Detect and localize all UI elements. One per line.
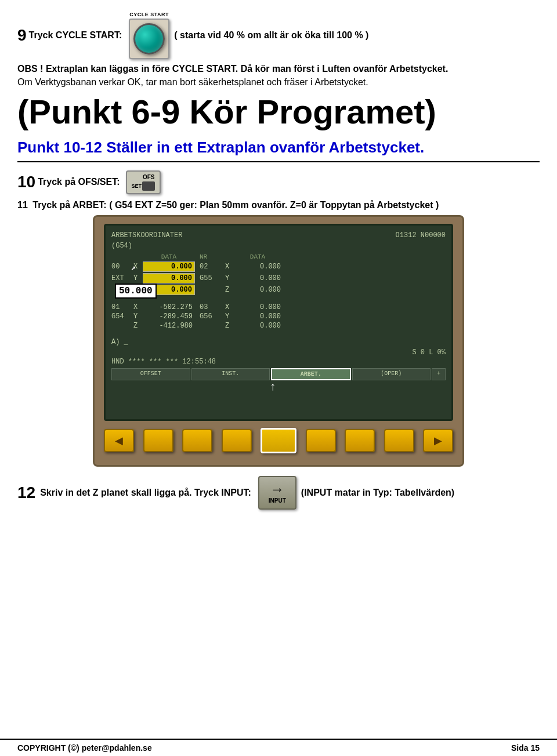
cnc-machine: ARBETSKOORDINATER O1312 N00000 (G54) DAT… [93, 215, 464, 467]
divider [17, 161, 540, 162]
set-square [142, 181, 155, 191]
footer-copyright: COPYRIGHT (©) peter@pdahlen.se [17, 743, 152, 753]
row2-axis: Y [133, 274, 143, 282]
input-arrow-icon: → [270, 481, 284, 497]
arbet-arrow: ↑ [100, 380, 446, 394]
btn-3[interactable] [182, 429, 212, 452]
cnc-screen-wrapper: ARBETSKOORDINATER O1312 N00000 (G54) DAT… [17, 215, 540, 467]
section9-text: ( starta vid 40 % om allt är ok öka till… [174, 30, 368, 41]
btn-7[interactable] [345, 429, 375, 452]
screen-row-1: 00 ↗ X 0.000 02 X 0.000 [111, 261, 446, 272]
screen-title: ARBETSKOORDINATER [111, 231, 182, 239]
section9: 9 Tryck CYCLE START: CYCLE START ( start… [17, 12, 540, 59]
softkey-plus[interactable]: + [432, 368, 446, 380]
row1-nr2: 02 [200, 263, 223, 271]
section12: 12 Skriv in det Z planet skall ligga på.… [17, 476, 540, 510]
row4-axis2: X [225, 303, 234, 311]
row5-value2: 0.000 [234, 312, 281, 321]
row2-value2: 0.000 [234, 274, 281, 282]
footer: COPYRIGHT (©) peter@pdahlen.se Sida 15 [0, 739, 557, 756]
blue-heading: Punkt 10-12 Ställer in ett Extraplan ova… [17, 139, 540, 157]
spacer2 [111, 331, 446, 338]
row5-value: -289.459 [143, 312, 195, 321]
footer-page: Sida 15 [511, 743, 540, 753]
section12-number: 12 [17, 484, 35, 502]
set-label: SET [132, 183, 142, 189]
spacer [111, 296, 446, 302]
row5-nr: G54 [111, 312, 133, 321]
row6-axis: Z [133, 322, 143, 330]
row6-axis2: Z [225, 322, 234, 330]
row4-nr2: 03 [200, 303, 223, 311]
section10: 10 Tryck på OFS/SET: OFS SET [17, 170, 540, 194]
cnc-screen: ARBETSKOORDINATER O1312 N00000 (G54) DAT… [104, 224, 453, 421]
screen-row-4: 01 X -502.275 03 X 0.000 [111, 303, 446, 311]
status-text: S 0 L 0% [412, 348, 446, 357]
row6-value: -412.980 [143, 322, 195, 330]
section11-number: 11 [17, 200, 28, 210]
softkey-oper[interactable]: (OPER) [352, 368, 431, 380]
row3-value-wrapper: 0.000 50.000 [143, 285, 195, 295]
row4-axis: X [133, 303, 143, 311]
cycle-start-circle [133, 23, 165, 54]
section11-text: 11 Tryck på ARBET: ( G54 EXT Z=50 ger: P… [17, 200, 540, 210]
section12-note: (INPUT matar in Typ: Tabellvärden) [301, 488, 454, 498]
row1-axis2: X [225, 263, 234, 271]
text-line2: Om Verktygsbanan verkar OK, tar man bort… [17, 77, 540, 88]
row1-nr: 00 [111, 263, 120, 271]
softkey-offset[interactable]: OFFSET [111, 368, 190, 380]
cnc-keyboard-buttons: ◀ ▶ [104, 428, 453, 453]
row3-axis2: Z [225, 286, 234, 294]
row5-nr2: G56 [200, 312, 223, 321]
hnd-line: HND **** *** *** 12:55:48 [111, 358, 446, 366]
screen-row-3: Z 0.000 50.000 Z 0.000 [111, 285, 446, 295]
screen-g54: (G54) [111, 242, 446, 250]
obs-line: OBS ! Extraplan kan läggas in före CYCLE… [17, 64, 540, 74]
row1-value2: 0.000 [234, 263, 281, 271]
input-button[interactable]: → INPUT [258, 476, 296, 510]
row1-value: 0.000 [143, 261, 195, 272]
row5-axis2: Y [225, 312, 234, 321]
btn-4[interactable] [222, 429, 252, 452]
screen-row-5: G54 Y -289.459 G56 Y 0.000 [111, 312, 446, 321]
row6-value2: 0.000 [234, 322, 281, 330]
status-line: S 0 L 0% [111, 348, 446, 357]
row5-axis: Y [133, 312, 143, 321]
section9-label: Tryck CYCLE START: [29, 30, 122, 41]
cycle-start-label: CYCLE START [129, 12, 169, 17]
screen-program: O1312 N00000 [396, 231, 446, 239]
col2-data-header: DATA [234, 253, 281, 260]
cycle-start-button: CYCLE START [129, 12, 169, 59]
section11: 11 Tryck på ARBET: ( G54 EXT Z=50 ger: P… [17, 200, 540, 467]
ofs-label: OFS [143, 174, 155, 180]
section12-text: Skriv in det Z planet skall ligga på. Tr… [40, 488, 251, 498]
z50-overlay: 50.000 [115, 284, 157, 299]
btn-6[interactable] [306, 429, 336, 452]
row4-value: -502.275 [143, 303, 195, 311]
cursor-line: A) _ [111, 338, 446, 346]
row2-nr: EXT [111, 274, 133, 282]
section9-number: 9 [17, 26, 27, 45]
btn-center[interactable] [261, 428, 296, 453]
row3-value2: 0.000 [234, 286, 281, 294]
section10-number: 10 [17, 173, 35, 191]
softkey-inst[interactable]: INST. [191, 368, 270, 380]
input-button-label: INPUT [269, 497, 286, 504]
softkey-arbet[interactable]: ARBET. [271, 368, 351, 380]
row4-nr: 01 [111, 303, 133, 311]
row2-value: 0.000 [143, 273, 195, 284]
screen-header: ARBETSKOORDINATER O1312 N00000 [111, 231, 446, 239]
btn-left-arrow[interactable]: ◀ [104, 429, 134, 452]
softkeys-container: OFFSET INST. ARBET. (OPER) + [111, 368, 446, 380]
col1-data-header: DATA [143, 253, 195, 260]
section11-label: Tryck på ARBET: ( G54 EXT Z=50 ger: Plan… [32, 200, 439, 210]
screen-row-2: EXT Y 0.000 G55 Y 0.000 [111, 273, 446, 284]
btn-right-arrow[interactable]: ▶ [423, 429, 453, 452]
btn-8[interactable] [384, 429, 414, 452]
row2-axis2: Y [225, 274, 234, 282]
screen-col-headers: DATA NR DATA [111, 253, 446, 260]
col1-nr-header: NR [200, 253, 223, 260]
btn-2[interactable] [143, 429, 173, 452]
big-heading: (Punkt 6-9 Kör Programet) [17, 93, 540, 130]
row4-value2: 0.000 [234, 303, 281, 311]
